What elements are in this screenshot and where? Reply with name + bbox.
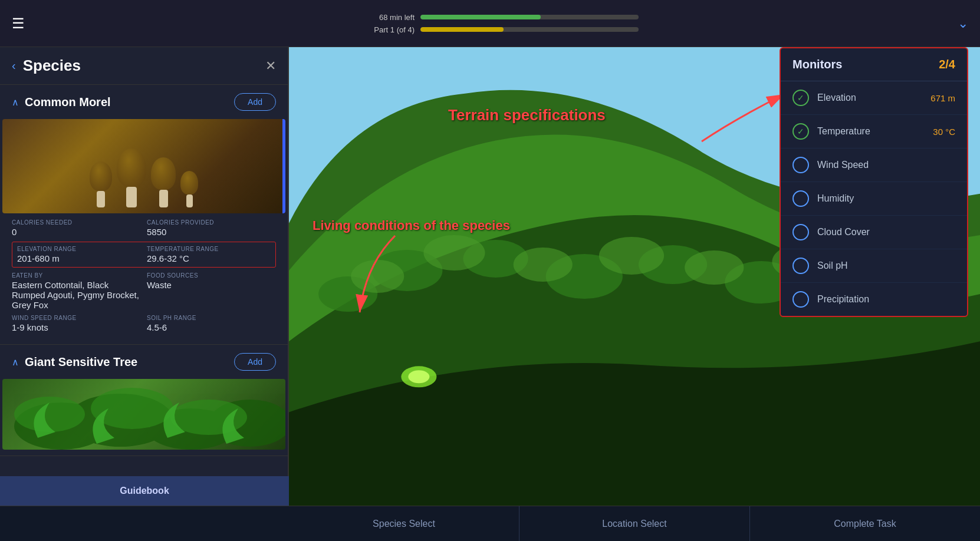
svg-point-20 <box>685 250 744 285</box>
stat-label-temperature-range: TEMPERATURE RANGE <box>147 246 271 252</box>
stat-label-elevation-range: ELEVATION RANGE <box>17 246 141 252</box>
panel-title: Species <box>23 57 265 75</box>
svg-point-18 <box>514 248 573 282</box>
timer-progress-bar-bg <box>420 15 639 19</box>
monitors-header: Monitors 2/4 <box>781 48 967 81</box>
close-button[interactable]: ✕ <box>265 58 276 74</box>
highlighted-stats-box: ELEVATION RANGE 201-680 m TEMPERATURE RA… <box>12 242 276 268</box>
left-panel: ‹ Species ✕ ∧ Common Morel Add <box>0 47 289 506</box>
monitor-item-cloud-cover[interactable]: Cloud Cover <box>781 216 967 249</box>
monitor-icon-elevation: ✓ <box>792 90 809 106</box>
timer-label: 68 min left <box>356 13 415 22</box>
back-button[interactable]: ‹ <box>12 59 16 72</box>
monitor-item-temperature[interactable]: ✓ Temperature 30 °C <box>781 115 967 149</box>
monitor-item-precipitation[interactable]: Precipitation <box>781 283 967 316</box>
stat-elevation-range: ELEVATION RANGE 201-680 m <box>17 246 141 263</box>
top-bar: ☰ 68 min left Part 1 (of 4) ⌄ <box>0 0 980 47</box>
species-name-giant-tree: Giant Sensitive Tree <box>25 355 137 369</box>
stat-value-temperature-range: 29.6-32 °C <box>147 253 271 263</box>
svg-point-19 <box>599 237 664 275</box>
mushroom-stem-2 <box>126 187 137 207</box>
stat-label-food-sources: FOOD SOURCES <box>147 272 276 279</box>
stat-value-wind-speed-range: 1-9 knots <box>12 322 141 332</box>
monitor-icon-soil-ph <box>792 258 809 274</box>
monitor-name-elevation: Elevation <box>817 93 922 103</box>
monitor-item-soil-ph[interactable]: Soil pH <box>781 249 967 283</box>
add-giant-tree-button[interactable]: Add <box>234 353 276 371</box>
species-giant-sensitive-tree: ∧ Giant Sensitive Tree Add <box>0 345 288 456</box>
svg-point-17 <box>423 235 485 270</box>
mushroom-stem-3 <box>159 190 168 207</box>
species-header-common-morel: ∧ Common Morel Add <box>0 85 288 119</box>
tree-illustration <box>2 379 285 450</box>
mushroom-cap-2 <box>117 149 146 187</box>
monitor-item-elevation[interactable]: ✓ Elevation 671 m <box>781 81 967 115</box>
stat-wind-speed-range: WIND SPEED RANGE 1-9 knots <box>12 315 141 332</box>
monitor-item-wind-speed[interactable]: Wind Speed <box>781 149 967 182</box>
svg-point-16 <box>351 260 404 293</box>
svg-point-24 <box>408 370 429 383</box>
tab-species-select[interactable]: Species Select <box>289 506 519 541</box>
species-common-morel: ∧ Common Morel Add <box>0 85 288 345</box>
species-stats-common-morel: CALORIES NEEDED 0 CALORIES PROVIDED 5850… <box>0 213 288 338</box>
monitor-icon-temperature: ✓ <box>792 123 809 140</box>
stat-calories-provided: CALORIES PROVIDED 5850 <box>147 219 276 237</box>
svg-point-4 <box>14 397 85 432</box>
stat-value-soil-ph-range: 4.5-6 <box>147 322 276 332</box>
monitor-icon-wind-speed <box>792 157 809 173</box>
mushroom-4 <box>180 171 198 207</box>
species-name-common-morel: Common Morel <box>25 95 111 109</box>
monitor-name-temperature: Temperature <box>817 126 925 137</box>
monitor-value-elevation: 671 m <box>930 93 955 103</box>
species-image-giant-tree <box>2 379 285 450</box>
tab-complete-task[interactable]: Complete Task <box>750 506 980 541</box>
timer-progress-row: 68 min left <box>356 13 639 22</box>
mushroom-cap-4 <box>180 171 198 194</box>
monitor-name-humidity: Humidity <box>817 193 947 204</box>
add-common-morel-button[interactable]: Add <box>234 93 276 111</box>
mushroom-2 <box>117 149 146 207</box>
monitor-icon-precipitation <box>792 291 809 308</box>
hamburger-icon[interactable]: ☰ <box>12 15 25 32</box>
progress-section: 68 min left Part 1 (of 4) <box>42 13 952 34</box>
guidebook-bar[interactable]: Guidebook <box>0 476 289 506</box>
stat-value-eaten-by: Eastern Cottontail, Black Rumped Agouti,… <box>12 280 141 310</box>
stat-value-calories-provided: 5850 <box>147 227 276 237</box>
stat-food-sources: FOOD SOURCES Waste <box>147 272 276 310</box>
species-name-row: ∧ Common Morel <box>12 95 111 109</box>
stat-calories-needed: CALORIES NEEDED 0 <box>12 219 141 237</box>
stat-eaten-by: EATEN BY Eastern Cottontail, Black Rumpe… <box>12 272 141 310</box>
stat-label-soil-ph-range: SOIL PH RANGE <box>147 315 276 321</box>
bottom-bar: Species Select Location Select Complete … <box>0 506 980 541</box>
stat-value-calories-needed: 0 <box>12 227 141 237</box>
monitor-item-humidity[interactable]: Humidity <box>781 182 967 216</box>
part-progress-row: Part 1 (of 4) <box>356 25 639 34</box>
mushroom-stem-4 <box>186 194 193 207</box>
part-progress-bar-bg <box>420 27 639 32</box>
part-progress-bar-fill <box>420 27 504 32</box>
tab-location-select[interactable]: Location Select <box>519 506 750 541</box>
species-chevron-giant-tree-icon[interactable]: ∧ <box>12 357 19 368</box>
monitor-name-soil-ph: Soil pH <box>817 260 947 271</box>
monitors-panel: Monitors 2/4 ✓ Elevation 671 m ✓ Tempera… <box>780 47 968 317</box>
monitor-name-wind-speed: Wind Speed <box>817 160 947 170</box>
stat-label-calories-needed: CALORIES NEEDED <box>12 219 141 226</box>
mushroom-stem-1 <box>97 191 105 207</box>
chevron-down-icon[interactable]: ⌄ <box>958 16 968 31</box>
monitors-count: 2/4 <box>939 58 955 71</box>
panel-header: ‹ Species ✕ <box>0 47 288 85</box>
monitor-icon-cloud-cover <box>792 224 809 240</box>
monitor-name-cloud-cover: Cloud Cover <box>817 227 947 237</box>
species-image-common-morel <box>2 119 285 213</box>
monitor-value-temperature: 30 °C <box>933 127 955 137</box>
mushroom-3 <box>151 157 176 207</box>
guidebook-label: Guidebook <box>120 486 169 496</box>
mushroom-illustration <box>90 149 198 213</box>
stat-value-elevation-range: 201-680 m <box>17 253 141 263</box>
species-chevron-icon[interactable]: ∧ <box>12 97 19 108</box>
stat-label-eaten-by: EATEN BY <box>12 272 141 279</box>
stat-label-calories-provided: CALORIES PROVIDED <box>147 219 276 226</box>
timer-progress-bar-fill <box>420 15 541 19</box>
stat-soil-ph-range: SOIL PH RANGE 4.5-6 <box>147 315 276 332</box>
mushroom-1 <box>90 161 112 207</box>
